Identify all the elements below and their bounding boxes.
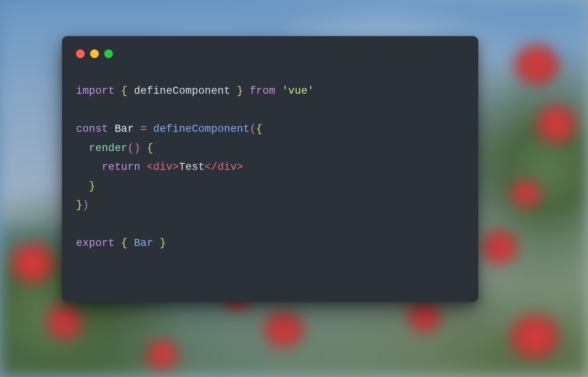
code-token bbox=[76, 142, 89, 154]
code-token: } bbox=[160, 237, 166, 249]
code-window: import { defineComponent } from 'vue' co… bbox=[62, 36, 478, 302]
code-token: return bbox=[102, 161, 140, 173]
code-line: } bbox=[76, 177, 464, 196]
code-token bbox=[114, 237, 121, 249]
code-token: () bbox=[127, 142, 140, 154]
code-line: }) bbox=[76, 196, 464, 215]
code-token: { bbox=[121, 85, 127, 97]
code-token: } bbox=[89, 180, 95, 192]
code-token bbox=[108, 123, 114, 135]
code-token: } bbox=[237, 85, 243, 97]
code-token bbox=[76, 161, 102, 173]
code-line bbox=[76, 101, 464, 120]
minimize-button[interactable] bbox=[90, 49, 99, 58]
code-token bbox=[76, 215, 82, 234]
code-token: from bbox=[250, 85, 276, 97]
code-token: Bar bbox=[114, 123, 134, 135]
code-token: = bbox=[140, 123, 147, 135]
traffic-lights bbox=[76, 49, 464, 58]
code-token: { bbox=[147, 142, 153, 154]
code-token: 'vue' bbox=[282, 85, 314, 97]
code-content: import { defineComponent } from 'vue' co… bbox=[76, 82, 464, 253]
code-token: import bbox=[76, 85, 114, 97]
code-line: import { defineComponent } from 'vue' bbox=[76, 82, 464, 101]
maximize-button[interactable] bbox=[104, 49, 113, 58]
code-token bbox=[243, 85, 250, 97]
code-token: Test bbox=[179, 161, 205, 173]
code-token bbox=[276, 85, 282, 97]
code-line: return <div>Test</div> bbox=[76, 158, 464, 177]
code-token bbox=[153, 237, 160, 249]
code-token: <div> bbox=[147, 161, 179, 173]
code-token bbox=[76, 180, 89, 192]
code-token bbox=[140, 161, 147, 173]
code-token: } bbox=[76, 199, 82, 211]
code-token: ( bbox=[250, 123, 256, 135]
code-token bbox=[147, 123, 153, 135]
code-token: { bbox=[121, 237, 127, 249]
code-token: Bar bbox=[134, 237, 153, 249]
code-token bbox=[76, 101, 82, 120]
close-button[interactable] bbox=[76, 49, 85, 58]
code-line: render() { bbox=[76, 139, 464, 158]
code-token: render bbox=[89, 142, 127, 154]
code-token bbox=[114, 85, 121, 97]
code-token bbox=[127, 237, 134, 249]
code-line bbox=[76, 215, 464, 234]
code-token: defineComponent bbox=[153, 123, 250, 135]
code-token: </div> bbox=[205, 161, 243, 173]
code-token: defineComponent bbox=[127, 85, 237, 97]
code-token bbox=[134, 123, 140, 135]
code-line: const Bar = defineComponent({ bbox=[76, 120, 464, 139]
code-token: ) bbox=[82, 199, 89, 211]
code-token: export bbox=[76, 237, 114, 249]
code-token bbox=[140, 142, 147, 154]
code-token: { bbox=[256, 123, 262, 135]
code-line: export { Bar } bbox=[76, 234, 464, 253]
code-token: const bbox=[76, 123, 108, 135]
